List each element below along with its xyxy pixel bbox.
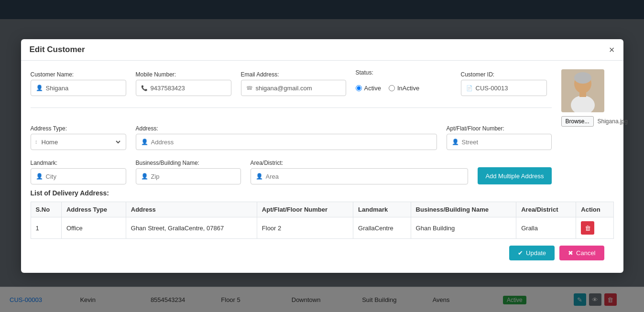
delivery-address-title: List of Delivery Address:	[31, 189, 614, 197]
cell-landmark: GrallaCentre	[353, 217, 411, 239]
col-business: Business/Building Name	[411, 202, 516, 217]
add-multiple-address-button[interactable]: Add Multiple Address	[478, 167, 551, 184]
x-icon: ✖	[568, 249, 573, 257]
arrows-icon: ↕	[35, 139, 38, 145]
customer-photo-svg	[561, 69, 604, 112]
email-input-wrapper: ☎	[241, 80, 346, 96]
cancel-label: Cancel	[576, 249, 595, 257]
customer-id-label: Customer ID:	[461, 71, 547, 78]
apt-person-icon: 👤	[452, 139, 459, 145]
edit-customer-modal: Edit Customer × Customer Name: 👤	[21, 39, 623, 273]
mobile-input[interactable]	[151, 85, 226, 92]
svg-rect-4	[579, 91, 586, 97]
apt-input-wrapper: 👤	[447, 134, 552, 150]
business-person-icon: 👤	[141, 173, 148, 180]
col-area: Area/District	[516, 202, 576, 217]
browse-row: Browse... Shigana.jpg	[561, 116, 628, 127]
cell-apt: Floor 2	[257, 217, 353, 239]
person-icon: 👤	[36, 85, 43, 91]
landmark-label: Landmark:	[31, 160, 126, 166]
mobile-input-wrapper: 📞	[136, 80, 231, 96]
email-input[interactable]	[256, 85, 341, 92]
col-sno: S.No	[31, 202, 61, 217]
svg-point-2	[574, 72, 591, 84]
status-radio-group: Active InActive	[356, 80, 451, 96]
col-address: Address	[126, 202, 257, 217]
table-header-row: S.No Address Type Address Apt/Flat/Floor…	[31, 202, 613, 217]
status-inactive-radio[interactable]	[389, 85, 395, 91]
phone-icon: 📞	[141, 85, 148, 91]
status-active-radio[interactable]	[356, 85, 362, 91]
modal-overlay: Edit Customer × Customer Name: 👤	[0, 0, 644, 312]
address-label: Address:	[136, 125, 437, 132]
cancel-button[interactable]: ✖ Cancel	[559, 246, 604, 260]
form-divider	[31, 108, 552, 108]
area-person-icon: 👤	[256, 173, 263, 180]
cell-area: Gralla	[516, 217, 576, 239]
customer-name-input-wrapper: 👤	[31, 80, 126, 96]
customer-id-input-wrapper: 📄	[461, 80, 547, 96]
status-active-option[interactable]: Active	[356, 85, 381, 92]
modal-title: Edit Customer	[30, 45, 85, 54]
area-input[interactable]	[266, 173, 463, 180]
delivery-address-section: List of Delivery Address: S.No Address T…	[31, 189, 614, 239]
cell-address-type: Office	[61, 217, 126, 239]
address-input-wrapper: 👤	[136, 134, 437, 150]
customer-name-input[interactable]	[46, 85, 121, 92]
address-type-label: Address Type:	[31, 125, 126, 132]
address-table: S.No Address Type Address Apt/Flat/Floor…	[31, 202, 614, 239]
doc-icon: 📄	[466, 85, 473, 91]
area-input-wrapper: 👤	[251, 168, 469, 184]
update-button[interactable]: ✔ Update	[509, 246, 555, 260]
browse-button[interactable]: Browse...	[561, 116, 594, 127]
email-icon: ☎	[246, 85, 253, 91]
delete-address-button[interactable]: 🗑	[581, 221, 594, 235]
status-active-label: Active	[364, 85, 381, 92]
address-type-select-wrapper: ↕ Home Office Other	[31, 134, 126, 150]
cell-sno: 1	[31, 217, 61, 239]
modal-body: Customer Name: 👤 Mobile Number: 📞	[21, 61, 623, 273]
status-inactive-label: InActive	[397, 85, 419, 92]
business-label: Business/Building Name:	[136, 160, 241, 166]
address-type-select[interactable]: Home Office Other	[40, 138, 122, 146]
cell-business: Ghan Building	[411, 217, 516, 239]
check-icon: ✔	[518, 249, 523, 257]
landmark-input[interactable]	[46, 173, 121, 180]
landmark-input-wrapper: 👤	[31, 168, 126, 184]
address-person-icon: 👤	[141, 139, 148, 145]
customer-name-label: Customer Name:	[31, 71, 126, 78]
area-label: Area/District:	[251, 160, 469, 166]
cell-address: Ghan Street, GrallaCentre, 07867	[126, 217, 257, 239]
email-label: Email Address:	[241, 71, 346, 78]
cell-action: 🗑	[576, 217, 613, 239]
table-row: 1 Office Ghan Street, GrallaCentre, 0786…	[31, 217, 613, 239]
status-label: Status:	[356, 69, 451, 76]
modal-close-button[interactable]: ×	[609, 45, 615, 54]
col-action: Action	[576, 202, 613, 217]
status-inactive-option[interactable]: InActive	[389, 85, 419, 92]
col-apt: Apt/Flat/Floor Number	[257, 202, 353, 217]
image-section: Browse... Shigana.jpg	[561, 69, 614, 127]
customer-photo	[561, 69, 604, 112]
business-input-wrapper: 👤	[136, 168, 241, 184]
customer-id-input[interactable]	[476, 85, 542, 92]
apt-label: Apt/Flat/Floor Number:	[447, 125, 552, 132]
update-label: Update	[526, 249, 546, 257]
modal-header: Edit Customer ×	[21, 39, 623, 61]
col-address-type: Address Type	[61, 202, 126, 217]
mobile-label: Mobile Number:	[136, 71, 231, 78]
modal-footer: ✔ Update ✖ Cancel	[31, 239, 614, 263]
address-input[interactable]	[151, 139, 432, 146]
landmark-person-icon: 👤	[36, 173, 43, 180]
col-landmark: Landmark	[353, 202, 411, 217]
image-filename: Shigana.jpg	[598, 118, 628, 125]
business-input[interactable]	[151, 173, 236, 180]
apt-input[interactable]	[462, 139, 546, 146]
